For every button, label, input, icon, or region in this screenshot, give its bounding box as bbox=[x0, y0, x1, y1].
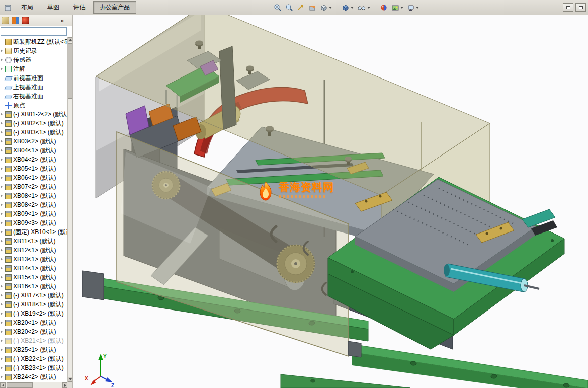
expand-arrow-icon[interactable] bbox=[1, 140, 5, 143]
tree-item[interactable]: XB09<1> (默认) bbox=[0, 209, 68, 218]
tree-item[interactable]: XB20<2> (默认) bbox=[0, 327, 68, 336]
ribbon-tab[interactable]: 布局 bbox=[15, 1, 40, 14]
dropdown-caret-icon[interactable] bbox=[416, 7, 419, 9]
expand-arrow-icon[interactable] bbox=[1, 267, 5, 270]
expand-arrow-icon[interactable] bbox=[1, 321, 5, 324]
view-settings-button[interactable] bbox=[406, 3, 420, 13]
expand-arrow-icon[interactable] bbox=[1, 104, 5, 107]
zoom-to-area-button[interactable] bbox=[284, 3, 294, 13]
tree-item[interactable]: XB04<1> (默认) bbox=[0, 146, 68, 155]
tree-item[interactable]: XB16<1> (默认) bbox=[0, 282, 68, 291]
previous-view-button[interactable] bbox=[296, 3, 306, 13]
tree-filter-input[interactable] bbox=[1, 27, 67, 36]
expand-arrow-icon[interactable] bbox=[1, 330, 5, 333]
tree-item[interactable]: XB24<2> (默认) bbox=[0, 372, 68, 381]
scroll-thumb[interactable] bbox=[68, 43, 72, 99]
scroll-down-button[interactable] bbox=[68, 377, 72, 382]
tree-item[interactable]: XB04<2> (默认) bbox=[0, 155, 68, 164]
expand-arrow-icon[interactable] bbox=[1, 240, 5, 243]
tree-item[interactable]: XB20<1> (默认) bbox=[0, 318, 68, 327]
expand-arrow-icon[interactable] bbox=[1, 276, 5, 279]
tree-item[interactable]: XB08<2> (默认) bbox=[0, 200, 68, 209]
apply-scene-button[interactable] bbox=[390, 3, 404, 13]
expand-arrow-icon[interactable] bbox=[1, 212, 5, 215]
tree-item[interactable]: (-) XB22<1> (默认) bbox=[0, 354, 68, 363]
tree-item[interactable]: XB14<1> (默认) bbox=[0, 264, 68, 273]
ribbon-tab[interactable]: 办公室产品 bbox=[93, 1, 136, 14]
doc-restore-button[interactable] bbox=[575, 3, 586, 12]
scroll-left-button[interactable] bbox=[0, 382, 6, 388]
tree-item[interactable]: 右视基准面 bbox=[0, 92, 68, 101]
dropdown-caret-icon[interactable] bbox=[367, 7, 370, 9]
tree-item[interactable]: XB05<1> (默认) bbox=[0, 164, 68, 173]
feature-manager-tab-icon[interactable] bbox=[2, 17, 9, 24]
expand-arrow-icon[interactable] bbox=[1, 131, 5, 134]
tree-item[interactable]: (-) XB18<1> (默认) bbox=[0, 300, 68, 309]
tree-item[interactable]: XB03<2> (默认) bbox=[0, 137, 68, 146]
tree-item[interactable]: (-) XB17<1> (默认) bbox=[0, 291, 68, 300]
expand-arrow-icon[interactable] bbox=[1, 167, 5, 170]
expand-arrow-icon[interactable] bbox=[1, 312, 5, 315]
expand-arrow-icon[interactable] bbox=[1, 49, 5, 52]
expand-arrow-icon[interactable] bbox=[1, 249, 5, 252]
tree-vertical-scrollbar[interactable] bbox=[67, 37, 72, 382]
tree-item[interactable]: XB11<1> (默认) bbox=[0, 237, 68, 246]
expand-arrow-icon[interactable] bbox=[1, 58, 5, 61]
display-manager-tab-icon[interactable] bbox=[22, 17, 29, 24]
tree-item[interactable]: 注解 bbox=[0, 64, 68, 73]
dropdown-caret-icon[interactable] bbox=[351, 7, 354, 9]
tree-item[interactable]: 断装配机ZZ (默认<显示 bbox=[0, 37, 68, 46]
expand-arrow-icon[interactable] bbox=[1, 339, 5, 342]
tree-item[interactable]: 历史记录 bbox=[0, 46, 68, 55]
expand-arrow-icon[interactable] bbox=[1, 185, 5, 188]
expand-arrow-icon[interactable] bbox=[1, 158, 5, 161]
tree-item[interactable]: 上视基准面 bbox=[0, 83, 68, 92]
expand-arrow-icon[interactable] bbox=[1, 176, 5, 179]
ribbon-tab[interactable]: 评估 bbox=[67, 1, 92, 14]
expand-arrow-icon[interactable] bbox=[1, 194, 5, 197]
expand-arrow-icon[interactable] bbox=[1, 348, 5, 351]
tree-item[interactable]: XB09<3> (默认) bbox=[0, 218, 68, 227]
tree-item[interactable]: (-) XB01-2<2> (默认) bbox=[0, 110, 68, 119]
tree-item[interactable]: XB12<1> (默认) bbox=[0, 246, 68, 255]
zoom-to-fit-button[interactable] bbox=[273, 3, 283, 13]
expand-arrow-icon[interactable] bbox=[1, 285, 5, 288]
expand-arrow-icon[interactable] bbox=[1, 258, 5, 261]
display-style-button[interactable] bbox=[341, 3, 355, 13]
expand-arrow-icon[interactable] bbox=[1, 303, 5, 306]
expand-arrow-icon[interactable] bbox=[1, 113, 5, 116]
tree-item[interactable]: XB25<1> (默认) bbox=[0, 345, 68, 354]
tree-item[interactable]: XB15<1> (默认) bbox=[0, 273, 68, 282]
property-manager-tab-icon[interactable] bbox=[12, 17, 19, 24]
hide-show-items-button[interactable] bbox=[356, 3, 371, 13]
tree-horizontal-scrollbar[interactable] bbox=[0, 382, 68, 388]
tree-item[interactable]: (-) XB19<2> (默认) bbox=[0, 309, 68, 318]
section-view-button[interactable] bbox=[307, 3, 317, 13]
scroll-thumb[interactable] bbox=[7, 382, 33, 388]
expand-arrow-icon[interactable] bbox=[1, 203, 5, 206]
expand-arrow-icon[interactable] bbox=[1, 122, 5, 125]
tree-item[interactable]: (固定) XB10<1> (默认) bbox=[0, 227, 68, 237]
expand-arrow-icon[interactable] bbox=[1, 67, 5, 70]
expand-arrow-icon[interactable] bbox=[1, 221, 5, 224]
tree-item[interactable]: 前视基准面 bbox=[0, 73, 68, 83]
scroll-up-button[interactable] bbox=[68, 37, 72, 42]
expand-arrow-icon[interactable] bbox=[1, 230, 5, 234]
tree-item[interactable]: XB08<1> (默认) bbox=[0, 191, 68, 200]
tree-item[interactable]: (-) XB23<1> (默认) bbox=[0, 363, 68, 372]
expand-arrow-icon[interactable] bbox=[1, 366, 5, 369]
dropdown-caret-icon[interactable] bbox=[329, 7, 332, 9]
expand-arrow-icon[interactable] bbox=[1, 375, 5, 378]
panel-overflow-button[interactable]: » bbox=[60, 17, 71, 24]
view-orientation-button[interactable] bbox=[319, 3, 333, 13]
ribbon-tab[interactable]: 草图 bbox=[41, 1, 66, 14]
dropdown-caret-icon[interactable] bbox=[400, 7, 403, 9]
graphics-viewport[interactable]: Y X Z 香海资料网 bbox=[73, 15, 588, 388]
tree-item[interactable]: 原点 bbox=[0, 101, 68, 110]
tree-item[interactable]: 传感器 bbox=[0, 55, 68, 64]
expand-arrow-icon[interactable] bbox=[1, 149, 5, 152]
expand-arrow-icon[interactable] bbox=[1, 357, 5, 360]
tree-item[interactable]: XB07<2> (默认) bbox=[0, 182, 68, 191]
tree-item[interactable]: XB06<1> (默认) bbox=[0, 173, 68, 182]
edit-appearance-button[interactable] bbox=[379, 3, 389, 13]
